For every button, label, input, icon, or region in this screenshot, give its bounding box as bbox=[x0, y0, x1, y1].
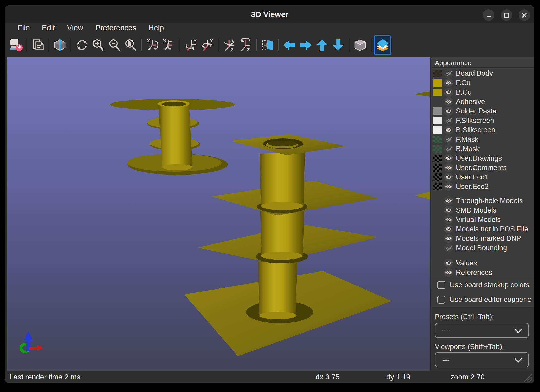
layer-swatch-spacer bbox=[433, 206, 442, 214]
layer-color-swatch[interactable] bbox=[433, 136, 442, 143]
move-up-button[interactable] bbox=[314, 35, 330, 55]
eye-visible-icon[interactable] bbox=[444, 97, 453, 106]
layer-color-swatch[interactable] bbox=[433, 126, 442, 134]
layer-color-swatch[interactable] bbox=[433, 70, 442, 77]
zoom-in-button[interactable] bbox=[90, 35, 106, 55]
toolbar-separator bbox=[27, 39, 27, 51]
rotate-x-ccw-button[interactable]: X bbox=[161, 35, 177, 55]
orthographic-projection-button[interactable] bbox=[352, 35, 368, 55]
statusbar: Last render time 2 ms dx 3.75 dy 1.19 zo… bbox=[5, 371, 534, 383]
layer-label: F.Silkscreen bbox=[456, 117, 494, 125]
layer-label: Solder Paste bbox=[456, 107, 497, 115]
resize-grip[interactable] bbox=[522, 372, 533, 382]
eye-hidden-icon[interactable] bbox=[444, 243, 453, 252]
eye-visible-icon[interactable] bbox=[444, 88, 453, 97]
eye-visible-icon[interactable] bbox=[444, 196, 453, 205]
maximize-button[interactable] bbox=[501, 9, 512, 21]
rotate-z-ccw-button[interactable]: Z bbox=[237, 35, 254, 55]
menu-help[interactable]: Help bbox=[142, 23, 170, 33]
move-down-button[interactable] bbox=[330, 35, 346, 55]
menu-preferences[interactable]: Preferences bbox=[89, 23, 142, 33]
eye-hidden-icon[interactable] bbox=[444, 69, 453, 78]
zoom-out-button[interactable] bbox=[106, 35, 123, 55]
rotate-y-clockwise-icon: Y bbox=[184, 38, 198, 52]
layer-color-swatch[interactable] bbox=[433, 164, 442, 172]
layer-label: B.Cu bbox=[456, 88, 472, 96]
layer-label: B.Mask bbox=[456, 145, 480, 153]
toolbar-separator bbox=[349, 39, 349, 51]
layer-color-swatch[interactable] bbox=[433, 145, 442, 153]
rotate-y-ccw-button[interactable]: Y bbox=[199, 35, 215, 55]
render-time-status: Last render time 2 ms bbox=[9, 373, 80, 381]
text-visibility-list: ValuesReferences bbox=[431, 258, 534, 277]
minimize-icon bbox=[486, 12, 492, 18]
eye-hidden-icon[interactable] bbox=[444, 135, 453, 144]
svg-text:X: X bbox=[147, 39, 150, 43]
viewport-3d[interactable] bbox=[7, 57, 430, 371]
layer-color-swatch[interactable] bbox=[433, 107, 442, 115]
layer-label: SMD Models bbox=[456, 206, 497, 214]
eye-visible-icon[interactable] bbox=[444, 78, 453, 87]
presets-dropdown[interactable]: --- bbox=[435, 323, 529, 338]
maximize-icon bbox=[504, 12, 509, 18]
eye-visible-icon[interactable] bbox=[444, 154, 453, 163]
toolbar-separator bbox=[371, 39, 371, 51]
refresh-button[interactable] bbox=[74, 35, 90, 55]
rotate-x-cw-button[interactable]: X bbox=[145, 35, 161, 55]
layer-row: Solder Paste bbox=[431, 106, 534, 116]
eye-visible-icon[interactable] bbox=[444, 225, 453, 233]
appearance-manager-button[interactable] bbox=[374, 35, 391, 55]
move-right-button[interactable] bbox=[297, 35, 314, 55]
layer-color-swatch[interactable] bbox=[433, 89, 442, 96]
reload-board-icon bbox=[9, 38, 23, 52]
svg-text:Y: Y bbox=[210, 39, 213, 43]
eye-visible-icon[interactable] bbox=[444, 206, 453, 215]
menu-edit[interactable]: Edit bbox=[36, 23, 61, 33]
layer-row: User.Eco2 bbox=[431, 182, 534, 191]
eye-visible-icon[interactable] bbox=[444, 126, 453, 134]
layer-row: B.Mask bbox=[431, 144, 534, 154]
rotate-z-cw-button[interactable]: Z bbox=[221, 35, 237, 55]
viewports-dropdown[interactable]: --- bbox=[435, 352, 529, 367]
eye-visible-icon[interactable] bbox=[444, 182, 453, 191]
copy-image-button[interactable] bbox=[30, 35, 46, 55]
eye-visible-icon[interactable] bbox=[444, 107, 453, 116]
eye-hidden-icon[interactable] bbox=[444, 144, 453, 153]
layer-color-swatch[interactable] bbox=[433, 173, 442, 181]
layer-color-swatch[interactable] bbox=[433, 79, 442, 87]
flip-board-button[interactable] bbox=[259, 35, 275, 55]
move-right-arrow-icon bbox=[298, 38, 313, 52]
close-button[interactable] bbox=[519, 9, 530, 21]
layer-color-swatch[interactable] bbox=[433, 183, 442, 190]
render-view-button[interactable] bbox=[52, 35, 68, 55]
eye-visible-icon[interactable] bbox=[444, 173, 453, 182]
layer-color-swatch[interactable] bbox=[433, 117, 442, 124]
layer-row: F.Cu bbox=[431, 78, 534, 88]
stackup-colors-option[interactable]: Use board stackup colors bbox=[437, 281, 530, 289]
menu-file[interactable]: File bbox=[12, 23, 36, 33]
move-up-arrow-icon bbox=[315, 38, 329, 52]
stackup-colors-checkbox[interactable] bbox=[437, 281, 445, 289]
move-left-button[interactable] bbox=[281, 35, 297, 55]
copper-colors-checkbox[interactable] bbox=[437, 296, 445, 304]
layer-color-swatch[interactable] bbox=[433, 155, 442, 162]
layer-swatch-spacer bbox=[433, 235, 442, 242]
toolbar-separator bbox=[218, 39, 218, 51]
copper-colors-option[interactable]: Use board editor copper c bbox=[437, 296, 531, 304]
model-visibility-list: Through-hole ModelsSMD ModelsVirtual Mod… bbox=[431, 196, 534, 253]
eye-visible-icon[interactable] bbox=[444, 163, 453, 172]
rotate-y-cw-button[interactable]: Y bbox=[183, 35, 199, 55]
eye-visible-icon[interactable] bbox=[444, 259, 453, 268]
layer-label: Models marked DNP bbox=[456, 235, 521, 243]
reload-board-button[interactable] bbox=[8, 35, 24, 55]
eye-visible-icon[interactable] bbox=[444, 215, 453, 224]
layer-row: Virtual Models bbox=[431, 215, 534, 224]
layer-row: B.Silkscreen bbox=[431, 125, 534, 135]
eye-hidden-icon[interactable] bbox=[444, 116, 453, 125]
zoom-fit-button[interactable] bbox=[123, 35, 139, 55]
eye-visible-icon[interactable] bbox=[444, 234, 453, 243]
menu-view[interactable]: View bbox=[61, 23, 89, 33]
minimize-button[interactable] bbox=[483, 9, 494, 21]
appearance-manager-icon bbox=[375, 38, 390, 52]
eye-visible-icon[interactable] bbox=[444, 268, 453, 277]
